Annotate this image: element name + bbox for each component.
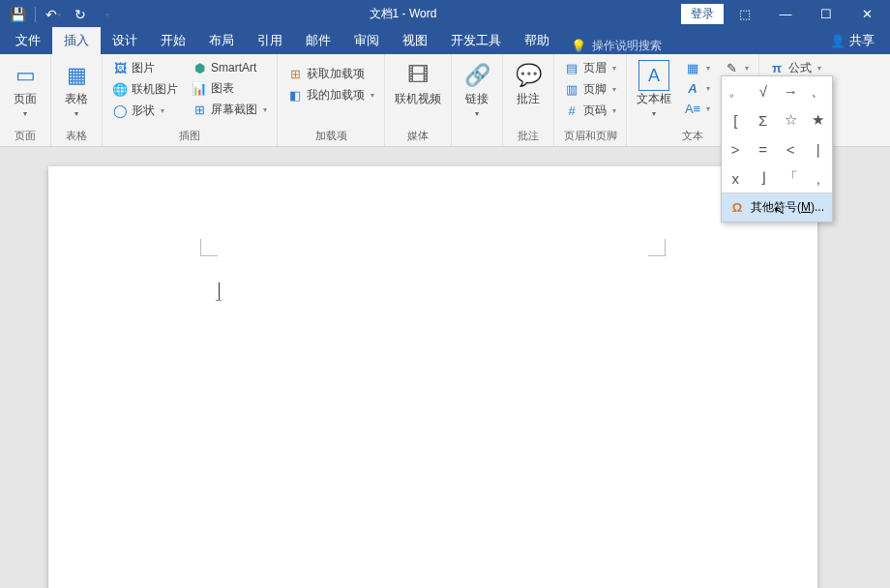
textbox-icon: A — [638, 60, 669, 91]
symbol-cell[interactable]: > — [722, 134, 750, 163]
symbol-cell[interactable]: ★ — [805, 105, 833, 134]
group-label: 页眉和页脚 — [558, 127, 622, 146]
tab-home[interactable]: 开始 — [149, 27, 197, 54]
qat-customize[interactable]: ▾ — [96, 3, 119, 26]
group-label: 批注 — [507, 127, 549, 146]
margin-corner-tl — [200, 239, 218, 256]
table-icon: ▦ — [61, 60, 92, 91]
label: 联机图片 — [132, 81, 178, 98]
text-cursor — [219, 282, 220, 300]
tab-layout[interactable]: 布局 — [197, 27, 246, 54]
page[interactable] — [48, 166, 817, 588]
redo-button[interactable]: ↻ — [69, 3, 92, 26]
undo-button[interactable]: ↶▾ — [42, 3, 65, 26]
group-label: 表格 — [55, 127, 98, 146]
tab-review[interactable]: 审阅 — [342, 27, 391, 54]
save-button[interactable]: 💾 — [6, 3, 29, 26]
tab-file[interactable]: 文件 — [4, 27, 52, 54]
symbol-cell[interactable]: 、 — [805, 76, 833, 105]
group-tables: ▦ 表格 ▾ 表格 — [51, 54, 103, 146]
shapes-button[interactable]: ◯形状▾ — [108, 101, 182, 121]
group-pages: ▭ 页面 ▾ 页面 — [0, 54, 51, 146]
footer-button[interactable]: ▥页脚▾ — [560, 79, 620, 100]
symbol-cell[interactable]: ⌋ — [750, 163, 778, 192]
shapes-icon: ◯ — [112, 103, 128, 119]
chart-button[interactable]: 📊图表 — [188, 78, 271, 99]
symbol-cell[interactable]: 「 — [777, 163, 805, 192]
tab-developer[interactable]: 开发工具 — [439, 27, 513, 54]
minimize-button[interactable]: — — [766, 1, 805, 28]
quick-access-toolbar: 💾 ↶▾ ↻ ▾ — [0, 3, 125, 26]
share-button[interactable]: 👤 共享 — [818, 27, 886, 54]
screenshot-button[interactable]: ⊞屏幕截图▾ — [188, 100, 271, 120]
ribbon-display-button[interactable]: ⬚ — [726, 1, 764, 28]
symbol-cell[interactable]: | — [805, 134, 833, 163]
window-controls: 登录 ⬚ — ☐ ✕ — [681, 1, 890, 28]
caret-icon: ▾ — [612, 85, 616, 94]
signature-button[interactable]: ✎▾ — [720, 58, 753, 77]
symbol-cell[interactable]: x — [722, 163, 750, 192]
more-symbols-button[interactable]: Ω 其他符号(M)... ↖ — [722, 192, 832, 221]
link-icon: 🔗 — [461, 60, 492, 91]
symbol-cell[interactable]: Σ — [750, 105, 778, 134]
label: SmartArt — [211, 61, 256, 74]
table-button[interactable]: ▦ 表格 ▾ — [55, 56, 98, 118]
pictures-button[interactable]: 🖼图片 — [108, 58, 182, 78]
group-label: 媒体 — [389, 127, 447, 146]
tab-help[interactable]: 帮助 — [513, 27, 561, 54]
symbol-cell[interactable]: < — [777, 134, 805, 163]
group-addins: ⊞获取加载项 ◧我的加载项▾ 加载项 — [278, 54, 385, 146]
group-label — [456, 141, 498, 146]
online-video-button[interactable]: 🎞 联机视频 — [389, 56, 447, 106]
smartart-button[interactable]: ⬢SmartArt — [188, 58, 271, 77]
tab-design[interactable]: 设计 — [101, 27, 149, 54]
caret-icon: ▾ — [263, 105, 267, 114]
tab-references[interactable]: 引用 — [246, 27, 294, 54]
comment-icon: 💬 — [513, 60, 544, 91]
textbox-button[interactable]: A 文本框 ▾ — [631, 56, 677, 118]
online-pictures-button[interactable]: 🌐联机图片 — [108, 79, 182, 100]
symbol-cell[interactable]: ☆ — [777, 105, 805, 134]
tell-me-search[interactable]: 💡 操作说明搜索 — [571, 38, 662, 54]
caret-icon: ▾ — [371, 91, 374, 100]
symbol-cell[interactable]: → — [777, 76, 805, 105]
header-button[interactable]: ▤页眉▾ — [560, 58, 620, 78]
quick-parts-button[interactable]: ▦▾ — [681, 58, 714, 77]
tab-view[interactable]: 视图 — [391, 27, 439, 54]
screenshot-icon: ⊞ — [192, 103, 207, 118]
tab-insert[interactable]: 插入 — [52, 27, 101, 54]
group-symbols: π公式▾ Ω符号▾ 。 √ → 、 [ Σ ☆ ★ > = < | x ⌋ 「 — [759, 54, 833, 146]
caret-icon: ▾ — [475, 109, 479, 118]
ribbon: ▭ 页面 ▾ 页面 ▦ 表格 ▾ 表格 🖼图片 🌐联机图片 ◯形状▾ ⬢Smar… — [0, 54, 890, 147]
picture-icon: 🖼 — [112, 61, 128, 76]
caret-icon: ▾ — [706, 104, 710, 113]
symbol-cell[interactable]: 。 — [722, 76, 750, 105]
ribbon-tabs: 文件 插入 设计 开始 布局 引用 邮件 审阅 视图 开发工具 帮助 💡 操作说… — [0, 28, 890, 54]
symbol-cell[interactable]: √ — [750, 76, 778, 105]
page-number-button[interactable]: #页码▾ — [560, 101, 620, 121]
dropcap-button[interactable]: A≡▾ — [681, 99, 714, 118]
symbol-cell[interactable]: [ — [722, 105, 750, 134]
label: 公式 — [788, 60, 812, 76]
save-icon: 💾 — [10, 7, 26, 22]
maximize-button[interactable]: ☐ — [807, 1, 846, 28]
comment-button[interactable]: 💬 批注 — [507, 56, 549, 106]
caret-icon: ▾ — [612, 106, 616, 115]
login-button[interactable]: 登录 — [681, 4, 724, 24]
my-addins-button[interactable]: ◧我的加载项▾ — [283, 85, 378, 105]
group-header-footer: ▤页眉▾ ▥页脚▾ #页码▾ 页眉和页脚 — [554, 54, 627, 146]
separator — [35, 7, 36, 22]
link-button[interactable]: 🔗 链接 ▾ — [456, 56, 498, 118]
window-title: 文档1 - Word — [125, 6, 681, 22]
tab-mailings[interactable]: 邮件 — [294, 27, 342, 54]
group-comments: 💬 批注 批注 — [503, 54, 554, 146]
symbol-cell[interactable]: , — [805, 163, 833, 192]
addins-icon: ◧ — [287, 88, 303, 103]
signature-icon: ✎ — [724, 60, 739, 75]
wordart-button[interactable]: A▾ — [681, 78, 714, 98]
symbol-cell[interactable]: = — [750, 134, 778, 163]
get-addins-button[interactable]: ⊞获取加载项 — [283, 64, 378, 84]
pages-button[interactable]: ▭ 页面 ▾ — [4, 56, 46, 118]
close-button[interactable]: ✕ — [847, 1, 886, 28]
caret-icon: ▾ — [817, 64, 821, 73]
